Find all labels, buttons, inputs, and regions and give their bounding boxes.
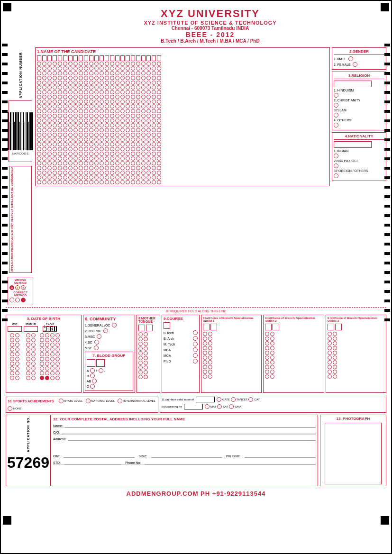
bubble[interactable] xyxy=(126,166,130,170)
dob-bubble[interactable] xyxy=(45,376,49,380)
bubble[interactable] xyxy=(63,100,67,104)
bubble[interactable] xyxy=(58,109,62,113)
bubble[interactable] xyxy=(42,166,46,170)
bubble[interactable] xyxy=(47,175,52,180)
dob-bubble[interactable] xyxy=(26,371,30,375)
bubble[interactable] xyxy=(63,128,67,132)
dob-bubble[interactable] xyxy=(55,347,60,352)
choice-bubble[interactable] xyxy=(203,370,207,374)
bubble[interactable] xyxy=(100,152,104,156)
bubble[interactable] xyxy=(105,76,109,80)
bubble[interactable] xyxy=(136,66,140,71)
bubble[interactable] xyxy=(131,152,135,156)
gender-female-radio[interactable] xyxy=(353,62,357,67)
bubble[interactable] xyxy=(141,175,146,180)
bubble[interactable] xyxy=(105,142,109,146)
bubble[interactable] xyxy=(73,142,78,146)
dob-bubble[interactable] xyxy=(40,362,44,366)
dob-bubble[interactable] xyxy=(55,376,60,380)
choice-bubble[interactable] xyxy=(328,332,332,336)
dob-bubble[interactable] xyxy=(55,333,60,337)
bubble[interactable] xyxy=(157,100,161,104)
bubble[interactable] xyxy=(37,166,41,170)
bubble[interactable] xyxy=(63,90,67,94)
bubble[interactable] xyxy=(53,175,57,180)
bubble[interactable] xyxy=(68,161,73,165)
bubble[interactable] xyxy=(79,104,83,109)
bubble[interactable] xyxy=(53,123,57,127)
bubble[interactable] xyxy=(110,152,114,156)
bubble[interactable] xyxy=(94,76,99,80)
mt-bubble[interactable] xyxy=(144,351,148,355)
bubble[interactable] xyxy=(94,128,99,132)
name-input-box[interactable] xyxy=(157,55,161,61)
choice-bubble[interactable] xyxy=(203,365,207,369)
mt-bubble[interactable] xyxy=(138,342,143,346)
score-a-input[interactable] xyxy=(196,397,215,402)
choice-bubble[interactable] xyxy=(203,341,207,345)
bubble[interactable] xyxy=(37,95,41,99)
bubble[interactable] xyxy=(73,166,78,170)
mt-bubble[interactable] xyxy=(138,351,143,355)
bubble[interactable] xyxy=(58,66,62,71)
bubble[interactable] xyxy=(141,152,146,156)
bubble[interactable] xyxy=(47,62,52,66)
name-input-box[interactable] xyxy=(79,55,83,61)
bubble[interactable] xyxy=(110,100,114,104)
bubble[interactable] xyxy=(105,85,109,90)
choice-bubble[interactable] xyxy=(203,360,207,364)
bubble[interactable] xyxy=(152,66,156,71)
bubble[interactable] xyxy=(37,90,41,94)
bubble[interactable] xyxy=(42,85,46,90)
choice-bubble[interactable] xyxy=(208,351,212,355)
bubble[interactable] xyxy=(100,66,104,71)
bubble[interactable] xyxy=(146,81,151,85)
bubble[interactable] xyxy=(73,137,78,142)
bubble[interactable] xyxy=(100,76,104,80)
bubble[interactable] xyxy=(131,114,135,118)
religion-islam-radio[interactable] xyxy=(334,113,338,118)
bubble[interactable] xyxy=(146,118,151,123)
dob-bubble[interactable] xyxy=(26,357,30,361)
name-input-box[interactable] xyxy=(115,55,119,61)
bubble[interactable] xyxy=(152,104,156,109)
dob-bubble[interactable] xyxy=(40,338,44,342)
bubble[interactable] xyxy=(110,85,114,90)
bubble[interactable] xyxy=(157,133,161,137)
bubble[interactable] xyxy=(47,156,52,161)
bubble[interactable] xyxy=(73,90,78,94)
bubble[interactable] xyxy=(152,100,156,104)
bubble[interactable] xyxy=(47,152,52,156)
bubble[interactable] xyxy=(37,62,41,66)
bubble[interactable] xyxy=(58,71,62,75)
bubble[interactable] xyxy=(110,180,114,184)
bubble[interactable] xyxy=(126,123,130,127)
bubble[interactable] xyxy=(110,166,114,170)
bubble[interactable] xyxy=(136,180,140,184)
bubble[interactable] xyxy=(115,66,119,71)
dob-bubble[interactable] xyxy=(10,333,14,337)
dob-bubble[interactable] xyxy=(26,376,30,380)
choice-bubble[interactable] xyxy=(328,351,332,355)
choice-bubble[interactable] xyxy=(208,336,212,341)
bubble[interactable] xyxy=(47,161,52,165)
bubble[interactable] xyxy=(68,128,73,132)
bubble[interactable] xyxy=(100,142,104,146)
bubble[interactable] xyxy=(152,81,156,85)
bubble[interactable] xyxy=(89,133,93,137)
bubble[interactable] xyxy=(105,156,109,161)
sports-none-radio[interactable] xyxy=(8,406,12,411)
bubble[interactable] xyxy=(141,133,146,137)
bubble[interactable] xyxy=(115,161,119,165)
bubble[interactable] xyxy=(141,180,146,184)
bubble[interactable] xyxy=(63,166,67,170)
bubble[interactable] xyxy=(89,104,93,109)
bubble[interactable] xyxy=(152,109,156,113)
bubble[interactable] xyxy=(136,142,140,146)
bubble[interactable] xyxy=(141,147,146,151)
bubble[interactable] xyxy=(141,161,146,165)
bubble[interactable] xyxy=(47,118,52,123)
bubble[interactable] xyxy=(84,118,88,123)
bubble[interactable] xyxy=(94,152,99,156)
mt-bubble[interactable] xyxy=(138,332,143,336)
